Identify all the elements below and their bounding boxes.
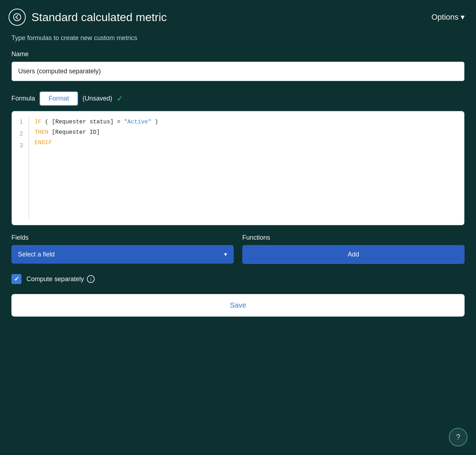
content: Name Formula Format (Unsaved) ✓ 1 2 3 IF… <box>0 50 476 325</box>
unsaved-label: (Unsaved) <box>83 95 112 102</box>
code-paren-close: ) <box>155 119 158 125</box>
line-numbers: 1 2 3 <box>12 117 29 219</box>
select-field-dropdown[interactable]: Select a field <box>11 245 234 264</box>
formula-label: Formula <box>11 95 35 102</box>
header: Standard calculated metric Options ▾ <box>0 0 476 31</box>
fields-section: Fields Select a field <box>11 234 234 264</box>
name-label: Name <box>11 50 465 58</box>
valid-checkmark-icon: ✓ <box>116 94 123 103</box>
code-editor[interactable]: 1 2 3 IF ( [Requester status] = "Active"… <box>11 111 465 225</box>
code-equals: = <box>117 119 120 125</box>
keyword-if: IF <box>35 119 41 125</box>
fields-functions-row: Fields Select a field Functions Add <box>11 234 465 264</box>
checkbox-check-icon: ✓ <box>14 275 19 283</box>
code-line-3: ENDIF <box>35 138 458 148</box>
save-button[interactable]: Save <box>11 294 465 317</box>
functions-label: Functions <box>242 234 465 241</box>
help-icon: ? <box>456 432 460 442</box>
code-string-active: "Active" <box>124 119 152 125</box>
add-function-button[interactable]: Add <box>242 245 465 264</box>
code-field-requester-id: [Requester ID] <box>52 129 100 136</box>
code-line-2: THEN [Requester ID] <box>35 127 458 138</box>
functions-section: Functions Add <box>242 234 465 264</box>
line-num-3: 3 <box>18 141 23 151</box>
select-field-wrapper[interactable]: Select a field <box>11 245 234 264</box>
code-line-1: IF ( [Requester status] = "Active" ) <box>35 117 458 127</box>
code-field-requester-status: [Requester status] <box>52 119 114 125</box>
code-content[interactable]: IF ( [Requester status] = "Active" ) THE… <box>29 117 464 219</box>
back-button[interactable] <box>9 9 26 26</box>
line-num-1: 1 <box>18 117 23 127</box>
format-button[interactable]: Format <box>39 91 78 106</box>
options-button[interactable]: Options ▾ <box>431 13 465 22</box>
keyword-endif: ENDIF <box>35 140 52 146</box>
info-icon[interactable]: i <box>87 275 95 283</box>
options-label: Options <box>431 13 458 22</box>
code-paren-open: ( <box>45 119 49 125</box>
formula-row: Formula Format (Unsaved) ✓ <box>11 91 465 106</box>
compute-label-text: Compute separately <box>26 275 84 283</box>
header-left: Standard calculated metric <box>9 9 167 26</box>
line-num-2: 2 <box>18 129 23 139</box>
compute-separately-checkbox[interactable]: ✓ <box>11 274 21 284</box>
keyword-then: THEN <box>35 129 48 136</box>
compute-row: ✓ Compute separately i <box>11 274 465 284</box>
name-input[interactable] <box>11 62 465 81</box>
compute-separately-label: Compute separately i <box>26 275 95 283</box>
fields-label: Fields <box>11 234 234 241</box>
page-title: Standard calculated metric <box>31 11 167 24</box>
chevron-down-icon: ▾ <box>461 13 465 22</box>
svg-point-0 <box>14 14 21 21</box>
help-bubble[interactable]: ? <box>449 428 467 446</box>
subtitle: Type formulas to create new custom metri… <box>0 31 476 50</box>
